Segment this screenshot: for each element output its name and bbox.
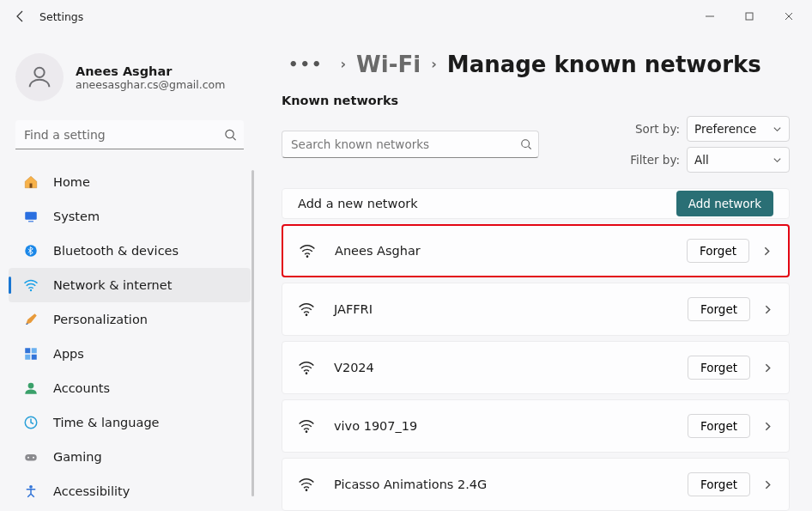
sort-dropdown[interactable]: Preference — [687, 116, 790, 142]
search-input[interactable] — [15, 120, 244, 149]
search-icon — [224, 129, 237, 142]
forget-button[interactable]: Forget — [688, 297, 750, 321]
network-row[interactable]: JAFFRIForget — [282, 283, 790, 336]
nav-label: Time & language — [53, 416, 160, 429]
add-network-label: Add a new network — [298, 197, 418, 210]
svg-rect-16 — [25, 454, 37, 461]
chevron-right-icon[interactable] — [762, 304, 773, 315]
user-name: Anees Asghar — [76, 64, 225, 78]
window-title: Settings — [39, 10, 83, 23]
svg-rect-5 — [30, 184, 33, 188]
nav-item-home[interactable]: Home — [9, 165, 251, 199]
chevron-down-icon — [773, 125, 782, 134]
nav-label: System — [53, 210, 100, 223]
known-networks-search — [282, 131, 539, 158]
forget-button[interactable]: Forget — [688, 472, 750, 496]
forget-button[interactable]: Forget — [687, 239, 749, 263]
chevron-down-icon — [773, 155, 782, 165]
forget-button[interactable]: Forget — [688, 414, 750, 438]
svg-rect-1 — [746, 13, 753, 20]
nav-item-accessibility[interactable]: Accessibility — [9, 474, 251, 504]
chevron-right-icon: › — [431, 56, 437, 72]
network-name: JAFFRI — [334, 302, 373, 316]
nav-label: Bluetooth & devices — [53, 244, 179, 258]
network-row[interactable]: Anees AsgharForget — [282, 224, 790, 277]
svg-rect-7 — [28, 221, 33, 222]
network-icon — [22, 277, 39, 294]
wifi-icon — [298, 359, 315, 376]
nav-label: Accessibility — [53, 484, 130, 498]
wifi-icon — [299, 242, 316, 259]
nav-item-apps[interactable]: Apps — [9, 337, 251, 371]
chevron-right-icon[interactable] — [762, 362, 773, 374]
breadcrumb: ••• › Wi-Fi › Manage known networks — [282, 50, 790, 78]
svg-rect-13 — [32, 355, 37, 360]
breadcrumb-ellipsis[interactable]: ••• — [282, 50, 330, 78]
breadcrumb-wifi[interactable]: Wi-Fi — [356, 52, 421, 77]
nav-label: Accounts — [53, 381, 110, 395]
controls-row: Sort by: Preference Filter by: All — [282, 116, 790, 173]
svg-rect-10 — [25, 348, 30, 353]
wifi-icon — [298, 476, 315, 493]
chevron-right-icon[interactable] — [762, 421, 773, 432]
nav-item-bluetooth[interactable]: Bluetooth & devices — [9, 234, 251, 268]
network-name: Picasso Animations 2.4G — [334, 478, 487, 491]
network-row[interactable]: Picasso Animations 2.4GForget — [282, 458, 790, 511]
maximize-button[interactable] — [730, 0, 769, 33]
known-networks-search-input[interactable] — [282, 131, 539, 158]
avatar — [15, 53, 64, 101]
nav-item-network[interactable]: Network & internet — [9, 268, 251, 302]
svg-point-23 — [306, 313, 308, 316]
svg-line-21 — [529, 147, 531, 149]
close-button[interactable] — [769, 0, 809, 33]
nav-scrollbar[interactable] — [251, 170, 254, 496]
add-network-button[interactable]: Add network — [676, 191, 773, 216]
filter-dropdown[interactable]: All — [687, 147, 790, 173]
nav-item-system[interactable]: System — [9, 199, 251, 234]
nav-label: Home — [53, 175, 90, 189]
svg-point-18 — [33, 457, 34, 459]
accessibility-icon — [22, 483, 39, 500]
home-icon — [22, 173, 39, 191]
user-block[interactable]: Anees Asghar aneesasghar.cs@gmail.com — [3, 43, 256, 117]
bluetooth-icon — [22, 242, 39, 259]
titlebar: Settings — [0, 0, 812, 33]
svg-point-9 — [30, 289, 32, 291]
cards-list: Add a new network Add network Anees Asgh… — [282, 188, 790, 511]
nav-item-accounts[interactable]: Accounts — [9, 371, 251, 405]
network-name: vivo 1907_19 — [334, 419, 417, 433]
gaming-icon — [22, 448, 39, 465]
forget-button[interactable]: Forget — [688, 356, 750, 380]
network-row[interactable]: vivo 1907_19Forget — [282, 399, 790, 453]
svg-point-24 — [306, 372, 308, 374]
svg-rect-6 — [25, 212, 37, 220]
nav-label: Network & internet — [53, 278, 172, 292]
accounts-icon — [22, 380, 39, 397]
minimize-button[interactable] — [690, 0, 730, 33]
chevron-right-icon[interactable] — [762, 479, 773, 490]
nav: Home System Bluetooth & devices Network … — [3, 165, 256, 504]
svg-line-4 — [233, 137, 235, 140]
chevron-right-icon[interactable] — [761, 246, 773, 257]
nav-item-personalization[interactable]: Personalization — [9, 302, 251, 337]
network-name: Anees Asghar — [335, 244, 421, 258]
sort-label: Sort by: — [635, 122, 680, 136]
time-language-icon — [22, 414, 39, 431]
sort-value: Preference — [694, 122, 756, 136]
back-button[interactable] — [3, 0, 38, 33]
page-title: Manage known networks — [447, 52, 761, 77]
filter-value: All — [694, 153, 709, 167]
network-row[interactable]: V2024Forget — [282, 341, 790, 394]
nav-label: Personalization — [53, 313, 148, 326]
nav-item-gaming[interactable]: Gaming — [9, 440, 251, 474]
user-email: aneesasghar.cs@gmail.com — [76, 78, 225, 91]
add-network-card: Add a new network Add network — [282, 188, 790, 219]
network-name: V2024 — [334, 361, 374, 374]
svg-point-26 — [306, 489, 308, 491]
personalization-icon — [22, 311, 39, 328]
nav-label: Gaming — [53, 450, 102, 464]
settings-window: Settings Anees Asghar aneesasghar.cs@gma… — [0, 0, 812, 511]
apps-icon — [22, 345, 39, 362]
nav-item-time-language[interactable]: Time & language — [9, 405, 251, 440]
sidebar: Anees Asghar aneesasghar.cs@gmail.com Ho… — [0, 33, 259, 511]
